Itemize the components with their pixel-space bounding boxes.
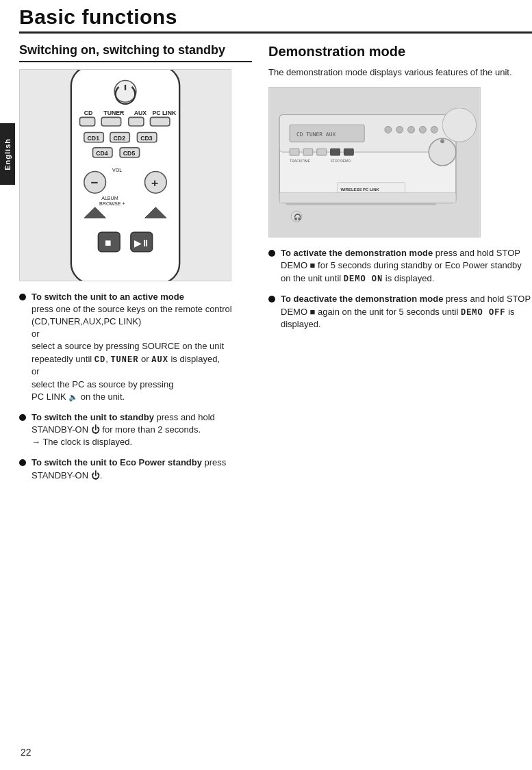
- bullet-deactivate-demo-text: To deactivate the demonstration mode pre…: [281, 293, 532, 331]
- svg-text:BROWSE +: BROWSE +: [99, 201, 125, 207]
- svg-rect-44: [303, 149, 313, 155]
- two-column-layout: Switching on, switching to standby CD TU…: [19, 43, 532, 490]
- demo-mode-image: CD TUNER AUX TRACK/TIME STOP DEMO: [268, 87, 481, 238]
- language-label: English: [3, 138, 12, 170]
- svg-text:CD  TUNER  AUX: CD TUNER AUX: [296, 132, 335, 138]
- bullet-dot-3: [19, 459, 26, 466]
- svg-point-39: [396, 127, 403, 133]
- svg-text:CD5: CD5: [123, 150, 136, 157]
- left-column: Switching on, switching to standby CD TU…: [19, 43, 252, 490]
- left-section-heading: Switching on, switching to standby: [19, 43, 252, 62]
- right-column: Demonstration mode The demonstration mod…: [268, 43, 532, 490]
- right-section-heading: Demonstration mode: [268, 43, 532, 60]
- svg-text:▶⏸: ▶⏸: [134, 239, 150, 248]
- right-bullet-list: To activate the demonstration mode press…: [268, 247, 532, 331]
- svg-point-1: [114, 81, 136, 103]
- svg-text:+: +: [151, 176, 158, 190]
- svg-point-41: [419, 127, 426, 133]
- svg-point-42: [431, 127, 438, 133]
- svg-point-38: [385, 127, 392, 133]
- remote-svg: CD TUNER AUX PC LINK CD1 CD2 CD3: [60, 69, 190, 281]
- svg-rect-43: [290, 149, 299, 155]
- svg-rect-46: [331, 149, 340, 155]
- bullet-dot-4: [268, 250, 275, 257]
- svg-text:■: ■: [105, 237, 112, 248]
- main-content: Basic functions Switching on, switching …: [19, 0, 532, 770]
- bullet-activate-demo: To activate the demonstration mode press…: [268, 247, 532, 285]
- svg-rect-47: [344, 149, 353, 155]
- svg-rect-55: [286, 203, 435, 205]
- svg-point-51: [440, 139, 444, 143]
- svg-text:CD3: CD3: [140, 135, 153, 142]
- bullet-dot-2: [19, 414, 26, 421]
- bullet-standby: To switch the unit to standby press and …: [19, 411, 252, 449]
- svg-text:CD2: CD2: [114, 135, 126, 142]
- svg-text:CD: CD: [84, 110, 93, 117]
- svg-point-58: [442, 108, 477, 142]
- svg-text:CD4: CD4: [96, 150, 108, 157]
- unit-illustration: CD TUNER AUX TRACK/TIME STOP DEMO: [269, 88, 480, 237]
- bullet-standby-text: To switch the unit to standby press and …: [31, 411, 252, 449]
- svg-text:VOL: VOL: [112, 168, 122, 173]
- bullet-active-mode-text: To switch the unit to an active mode pre…: [31, 291, 252, 403]
- bullet-eco-power: To switch the unit to Eco Power standby …: [19, 457, 252, 481]
- svg-text:STOP DEMO: STOP DEMO: [331, 159, 351, 163]
- remote-control-image: CD TUNER AUX PC LINK CD1 CD2 CD3: [19, 69, 231, 281]
- page-title: Basic functions: [19, 5, 532, 29]
- svg-text:AUX: AUX: [134, 110, 147, 117]
- language-tab: English: [0, 123, 15, 185]
- svg-text:−: −: [90, 175, 98, 190]
- svg-text:🎧: 🎧: [294, 213, 302, 221]
- svg-text:PC LINK: PC LINK: [153, 110, 177, 117]
- bullet-deactivate-demo: To deactivate the demonstration mode pre…: [268, 293, 532, 331]
- bullet-dot: [19, 294, 26, 300]
- svg-text:TRACK/TIME: TRACK/TIME: [290, 159, 311, 163]
- svg-rect-8: [129, 118, 144, 127]
- svg-rect-7: [101, 118, 121, 127]
- demo-intro: The demonstration mode displays various …: [268, 66, 532, 79]
- bullet-dot-5: [268, 296, 275, 303]
- svg-text:ALBUM: ALBUM: [101, 196, 118, 201]
- svg-rect-45: [317, 149, 327, 155]
- left-bullet-list: To switch the unit to an active mode pre…: [19, 291, 252, 482]
- svg-text:WIRELESS PC LINK: WIRELESS PC LINK: [340, 188, 379, 192]
- bullet-activate-demo-text: To activate the demonstration mode press…: [281, 247, 532, 285]
- svg-rect-54: [279, 193, 456, 203]
- bullet-active-mode: To switch the unit to an active mode pre…: [19, 291, 252, 403]
- svg-rect-9: [150, 118, 170, 127]
- title-bar: Basic functions: [19, 5, 532, 34]
- bullet-eco-power-text: To switch the unit to Eco Power standby …: [31, 457, 252, 481]
- svg-text:TUNER: TUNER: [103, 110, 125, 117]
- svg-point-40: [408, 127, 415, 133]
- svg-rect-6: [80, 118, 95, 127]
- svg-text:CD1: CD1: [88, 135, 100, 142]
